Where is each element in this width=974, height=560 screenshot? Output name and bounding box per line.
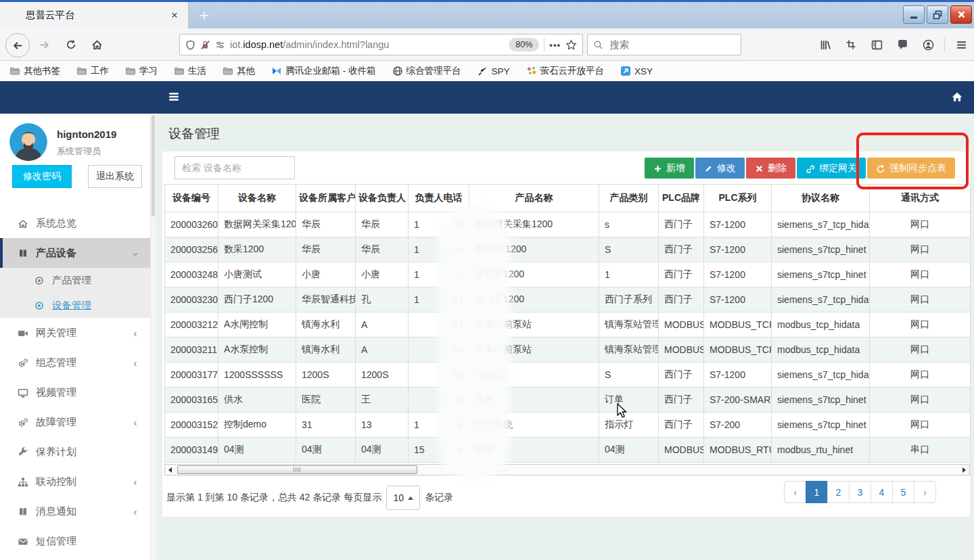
reload-button[interactable] <box>60 33 83 56</box>
column-header[interactable]: PLC品牌 <box>659 185 704 212</box>
library-icon[interactable] <box>812 33 838 56</box>
bookmark-label: SPY <box>492 66 510 76</box>
permissions-icon[interactable] <box>215 40 225 50</box>
tab-close-icon[interactable]: × <box>166 7 183 24</box>
sidebar-subitem[interactable]: 设备管理 <box>0 293 150 318</box>
sidebar-item[interactable]: 车间管理 <box>0 556 150 560</box>
bookmark-item[interactable]: 生活 <box>174 65 206 77</box>
column-header[interactable]: 设备负责人 <box>356 185 409 212</box>
scroll-right-arrow[interactable] <box>959 465 969 475</box>
avatar[interactable] <box>9 123 47 161</box>
urlbar-separator <box>544 38 544 51</box>
column-header[interactable]: 设备编号 <box>165 185 218 212</box>
back-button[interactable] <box>5 33 30 57</box>
page-number[interactable]: 2 <box>827 481 850 503</box>
table-row[interactable]: 200003260数据网关采集1200华辰华辰104数据网关采集1200s西门子… <box>165 212 971 237</box>
sidebar-toggle-icon[interactable] <box>168 91 180 103</box>
action-button-pencil[interactable]: 修改 <box>695 158 745 179</box>
sidebars-icon[interactable] <box>864 33 889 56</box>
insecure-lock-icon[interactable] <box>200 40 210 50</box>
folder-icon <box>223 66 233 76</box>
browser-tab[interactable]: 思普云平台 × <box>0 2 189 28</box>
sidebar-item[interactable]: 短信管理 <box>0 526 150 556</box>
url-bar[interactable]: iot.idosp.net/admin/index.html?langu 80%… <box>179 34 583 55</box>
table-row[interactable]: 200003165供水医院王41水务订单西门子S7-200-SMARTsieme… <box>165 388 971 413</box>
messenger-icon[interactable] <box>889 33 915 56</box>
page-number[interactable]: 5 <box>892 481 914 503</box>
browser-search-input[interactable] <box>608 39 737 51</box>
page-number[interactable]: 1 <box>806 481 828 503</box>
sidebar-scrollbar-thumb[interactable] <box>152 115 155 216</box>
action-button-cross[interactable]: 删除 <box>746 158 795 179</box>
page-actions-icon[interactable]: ••• <box>549 40 561 50</box>
bookmark-item[interactable]: 综合管理平台 <box>392 65 461 77</box>
browser-search-bar[interactable] <box>587 34 741 55</box>
window-minimize-button[interactable] <box>903 5 925 24</box>
sidebar-item[interactable]: 产品设备 <box>0 238 150 268</box>
zoom-level-badge[interactable]: 80% <box>509 38 539 51</box>
screenshot-icon[interactable] <box>838 33 864 56</box>
home-button[interactable] <box>85 33 108 56</box>
bookmark-star-icon[interactable] <box>565 39 577 51</box>
sidebar-item[interactable]: 保养计划 <box>0 437 150 467</box>
change-password-button[interactable]: 修改密码 <box>12 165 72 188</box>
sidebar-item[interactable]: 网关管理 <box>0 318 150 348</box>
table-cell: A <box>356 312 409 337</box>
page-next[interactable]: › <box>914 481 936 503</box>
new-tab-button[interactable]: + <box>193 5 215 26</box>
sidebar-item[interactable]: 视频管理 <box>0 377 150 407</box>
window-restore-button[interactable] <box>927 5 948 24</box>
sidebar-scrollbar[interactable] <box>150 114 156 560</box>
url-text[interactable]: iot.idosp.net/admin/index.html?langu <box>230 39 504 50</box>
table-row[interactable]: 200003152控制demo311318灯控系统指示灯西门子S7-200sie… <box>165 413 971 438</box>
bookmark-item[interactable]: 其他 <box>223 65 255 77</box>
table-row[interactable]: 2000031771200SSSSSS1200S1200S881200SS西门子… <box>165 363 971 388</box>
account-icon[interactable] <box>915 33 941 56</box>
page-size-select[interactable]: 10 <box>386 486 420 510</box>
page-prev[interactable]: ‹ <box>784 481 806 503</box>
action-label: 新增 <box>666 162 685 174</box>
forward-button[interactable] <box>32 33 55 56</box>
horizontal-scrollbar[interactable] <box>164 464 970 475</box>
column-header[interactable]: 设备所属客户 <box>296 185 356 212</box>
tracking-shield-icon[interactable] <box>185 40 195 50</box>
menu-icon[interactable] <box>948 33 974 56</box>
scrollbar-thumb[interactable] <box>177 465 417 474</box>
sidebar-item[interactable]: 联动控制 <box>0 467 150 496</box>
column-header[interactable]: 协议名称 <box>772 185 870 212</box>
bookmark-item[interactable]: 工作 <box>76 65 109 77</box>
device-search-input[interactable] <box>175 156 295 179</box>
bookmark-item[interactable]: 萤石云开放平台 <box>526 65 605 77</box>
bookmark-item[interactable]: SPY <box>478 66 510 76</box>
table-row[interactable]: 200003211A水泵控制镇海水利A33庶来门前泵站镇海泵站管理MODBUSM… <box>165 337 971 363</box>
table-cell: 1200SSSSSS <box>218 363 296 388</box>
page-number[interactable]: 3 <box>849 481 871 503</box>
bookmark-item[interactable]: 腾讯企业邮箱 - 收件箱 <box>271 65 376 77</box>
action-button-plus[interactable]: 新增 <box>645 158 694 179</box>
table-row[interactable]: 200003212A水闸控制镇海水利A33庶来门前泵站镇海泵站管理MODBUSM… <box>165 312 971 337</box>
table-row[interactable]: 200003248小唐测试小唐小唐10字符串12001西门子S7-1200sie… <box>165 262 971 287</box>
sidebar-item[interactable]: 组态管理 <box>0 348 150 377</box>
table-row[interactable]: 200003256数采1200华辰华辰104数采S71200S西门子S7-120… <box>165 237 971 262</box>
table-row[interactable]: 20000314904测04测04测15804测04测MODBUSMODBUS_… <box>165 438 971 463</box>
sidebar-item[interactable]: 故障管理 <box>0 407 150 437</box>
column-header[interactable]: PLC系列 <box>704 185 772 212</box>
sidebar-item[interactable]: 系统总览 <box>0 208 150 238</box>
app-home-icon[interactable] <box>951 91 963 103</box>
column-header[interactable]: 设备名称 <box>218 185 296 212</box>
sidebar-subitem[interactable]: 产品管理 <box>0 268 150 293</box>
action-button-link[interactable]: 绑定网关 <box>797 158 866 179</box>
page-number[interactable]: 4 <box>871 481 893 503</box>
bookmark-item[interactable]: XSY <box>620 66 653 76</box>
scroll-left-arrow[interactable] <box>165 465 175 475</box>
column-header[interactable]: 产品类别 <box>599 185 659 212</box>
table-row[interactable]: 200003230西门子1200华辰智通科技孔131西门子1200西门子系列西门… <box>165 287 971 312</box>
bookmark-item[interactable]: 学习 <box>125 65 158 77</box>
toolbar-separator <box>944 37 945 52</box>
action-label: 绑定网关 <box>819 162 857 174</box>
sidebar-item-label: 视频管理 <box>36 386 76 399</box>
window-close-button[interactable] <box>950 5 972 24</box>
sidebar-item[interactable]: 消息通知 <box>0 496 150 526</box>
bookmark-item[interactable]: 其他书签 <box>9 65 60 77</box>
logout-button[interactable]: 退出系统 <box>88 165 142 188</box>
